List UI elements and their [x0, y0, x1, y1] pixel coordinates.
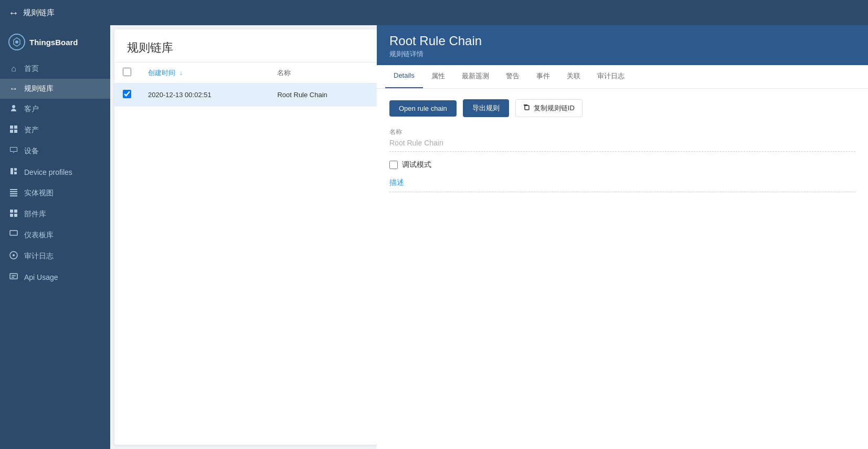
rule-chain-table: 创建时间 ↓ 名称 2020-12-13 00:02:51	[114, 62, 377, 107]
sidebar-item-api-usage[interactable]: Api Usage	[0, 267, 110, 288]
action-buttons: Open rule chain 导出规则 复制规则链ID	[389, 99, 855, 117]
svg-rect-16	[10, 274, 17, 279]
svg-rect-17	[525, 106, 529, 110]
sidebar-item-label: 规则链库	[24, 84, 54, 93]
sidebar-item-customers[interactable]: 客户	[0, 99, 110, 120]
description-label: 描述	[389, 178, 855, 192]
svg-rect-3	[14, 126, 17, 129]
detail-body: Open rule chain 导出规则 复制规则链ID 名称 Root Rul…	[377, 89, 868, 449]
svg-point-15	[13, 254, 15, 256]
export-rules-button[interactable]: 导出规则	[463, 99, 509, 117]
audit-log-icon	[8, 251, 19, 262]
dashboard-icon	[8, 230, 19, 241]
svg-point-1	[15, 40, 18, 44]
svg-rect-6	[10, 168, 13, 174]
api-usage-icon	[8, 272, 19, 283]
created-time-col[interactable]: 创建时间 ↓	[140, 62, 269, 83]
widgets-icon	[8, 209, 19, 220]
select-all-col	[114, 62, 140, 83]
detail-header: Root Rule Chain 规则链详情	[377, 25, 868, 65]
sidebar-item-home[interactable]: ⌂ 首页	[0, 59, 110, 79]
customers-icon	[8, 104, 19, 114]
sidebar-item-dashboard[interactable]: 仪表板库	[0, 225, 110, 246]
name-field-value: Root Rule Chain	[389, 139, 855, 152]
tab-details[interactable]: Details	[385, 65, 423, 88]
topbar: ↔ 规则链库	[0, 0, 868, 25]
rule-chain-detail-panel: Root Rule Chain 规则链详情 Details 属性 最新遥测 警告…	[377, 25, 868, 449]
row-checkbox[interactable]	[123, 90, 131, 98]
sidebar-item-widgets[interactable]: 部件库	[0, 204, 110, 225]
svg-rect-2	[10, 126, 13, 129]
svg-rect-11	[10, 214, 13, 217]
sidebar-brand: ThingsBoard	[0, 29, 110, 59]
tab-alarms[interactable]: 警告	[497, 65, 528, 88]
sidebar-item-devices[interactable]: 设备	[0, 141, 110, 162]
debug-mode-label: 调试模式	[402, 160, 431, 170]
sidebar-item-label: Device profiles	[24, 168, 72, 176]
open-rule-chain-button[interactable]: Open rule chain	[389, 100, 457, 117]
tab-audit-log[interactable]: 审计日志	[589, 65, 633, 88]
sidebar-item-label: 仪表板库	[24, 231, 54, 240]
list-panel-title: 规则链库	[127, 40, 364, 56]
sidebar: ThingsBoard ⌂ 首页 ↔ 规则链库 客户 资产 设备	[0, 25, 110, 449]
device-profiles-icon	[8, 167, 19, 177]
svg-rect-7	[14, 168, 17, 171]
svg-rect-9	[10, 210, 13, 213]
copy-id-label: 复制规则链ID	[534, 103, 575, 113]
main-layout: ThingsBoard ⌂ 首页 ↔ 规则链库 客户 资产 设备	[0, 25, 868, 449]
tab-relations[interactable]: 关联	[558, 65, 589, 88]
row-name: Root Rule Chain	[269, 83, 377, 107]
row-created-time: 2020-12-13 00:02:51	[140, 83, 269, 107]
sidebar-item-label: Api Usage	[24, 273, 58, 281]
tab-attributes[interactable]: 属性	[423, 65, 453, 88]
select-all-checkbox[interactable]	[123, 68, 131, 76]
rule-chain-icon: ↔	[8, 84, 19, 93]
detail-title: Root Rule Chain	[389, 34, 855, 48]
sidebar-item-label: 设备	[24, 147, 39, 156]
sidebar-item-device-profiles[interactable]: Device profiles	[0, 162, 110, 183]
tab-latest-telemetry[interactable]: 最新遥测	[453, 65, 497, 88]
table-row[interactable]: 2020-12-13 00:02:51 Root Rule Chain	[114, 83, 377, 107]
assets-icon	[8, 125, 19, 135]
sidebar-item-entity-view[interactable]: 实体视图	[0, 183, 110, 204]
copy-id-button[interactable]: 复制规则链ID	[515, 99, 583, 117]
detail-tabs: Details 属性 最新遥测 警告 事件 关联 审计日志	[377, 65, 868, 89]
debug-mode-checkbox[interactable]	[389, 161, 398, 169]
topbar-title: 规则链库	[23, 8, 55, 18]
content-area: 规则链库 创建时间 ↓ 名称	[110, 25, 868, 449]
sidebar-item-label: 首页	[24, 64, 39, 74]
svg-rect-4	[10, 130, 13, 133]
svg-rect-5	[14, 130, 17, 133]
detail-subtitle: 规则链详情	[389, 49, 855, 59]
list-panel-header: 规则链库	[114, 29, 377, 62]
brand-label: ThingsBoard	[29, 38, 78, 47]
topbar-rule-icon: ↔	[8, 7, 19, 19]
copy-icon	[523, 104, 531, 113]
home-icon: ⌂	[8, 64, 19, 74]
devices-icon	[8, 146, 19, 156]
debug-mode-row: 调试模式	[389, 160, 855, 170]
svg-rect-8	[14, 172, 17, 174]
thingsboard-logo	[8, 34, 25, 50]
name-field-label: 名称	[389, 128, 855, 137]
svg-rect-10	[14, 210, 17, 213]
svg-rect-12	[14, 214, 17, 217]
sidebar-item-label: 实体视图	[24, 189, 54, 198]
name-col: 名称	[269, 62, 377, 83]
sidebar-item-assets[interactable]: 资产	[0, 120, 110, 141]
sidebar-item-label: 部件库	[24, 210, 46, 219]
sidebar-item-label: 客户	[24, 105, 39, 114]
entity-view-icon	[8, 188, 19, 199]
sidebar-item-audit-log[interactable]: 审计日志	[0, 246, 110, 267]
sort-arrow-icon: ↓	[179, 69, 183, 77]
sidebar-item-rule-chain[interactable]: ↔ 规则链库	[0, 79, 110, 99]
sidebar-item-label: 审计日志	[24, 252, 54, 261]
sidebar-item-label: 资产	[24, 126, 39, 135]
svg-rect-13	[10, 231, 17, 235]
rule-chain-list-panel: 规则链库 创建时间 ↓ 名称	[114, 29, 377, 445]
row-checkbox-cell	[114, 83, 140, 107]
tab-events[interactable]: 事件	[528, 65, 558, 88]
